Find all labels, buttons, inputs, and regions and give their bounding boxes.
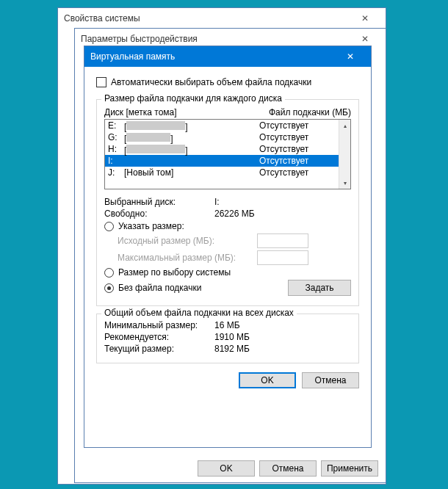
close-icon[interactable]: ✕ bbox=[336, 46, 365, 67]
apply-button[interactable]: Применить bbox=[321, 460, 378, 477]
free-space-row: Свободно: 26226 МБ bbox=[104, 209, 351, 219]
drive-label bbox=[124, 155, 259, 167]
rec-label: Рекомендуется: bbox=[104, 332, 214, 342]
drive-label: [] bbox=[124, 143, 259, 155]
auto-manage-label: Автоматически выбирать объем файла подка… bbox=[111, 77, 311, 87]
group-legend: Размер файла подкачки для каждого диска bbox=[101, 93, 285, 104]
radio-custom-size[interactable]: Указать размер: bbox=[104, 221, 351, 231]
scroll-down-icon[interactable]: ▾ bbox=[339, 177, 350, 189]
rec-row: Рекомендуется: 1910 МБ bbox=[104, 332, 351, 342]
drive-row[interactable]: J:[Новый том]Отсутствует bbox=[105, 167, 350, 178]
cur-row: Текущий размер: 8192 МБ bbox=[104, 344, 351, 354]
drive-status: Отсутствует bbox=[259, 131, 347, 143]
cur-value: 8192 МБ bbox=[214, 344, 250, 354]
virtual-memory-window: Виртуальная память ✕ Автоматически выбир… bbox=[84, 46, 372, 448]
free-label: Свободно: bbox=[104, 209, 214, 219]
drive-letter: G: bbox=[108, 131, 124, 143]
max-size-label: Максимальный размер (МБ): bbox=[118, 253, 257, 263]
initial-size-row: Исходный размер (МБ): bbox=[118, 233, 351, 248]
drive-row[interactable]: G:[]Отсутствует bbox=[105, 131, 350, 143]
selected-disk-label: Выбранный диск: bbox=[104, 197, 214, 207]
radio-no-paging-row: Без файла подкачки Задать bbox=[104, 280, 351, 296]
cancel-button[interactable]: Отмена bbox=[259, 460, 317, 477]
drive-letter: I: bbox=[108, 155, 124, 167]
col-disk: Диск [метка тома] bbox=[104, 107, 269, 117]
drive-letter: E: bbox=[108, 120, 124, 131]
rec-value: 1910 МБ bbox=[214, 332, 250, 342]
min-label: Минимальный размер: bbox=[104, 320, 214, 330]
set-button[interactable]: Задать bbox=[288, 280, 351, 296]
auto-manage-checkbox-row[interactable]: Автоматически выбирать объем файла подка… bbox=[96, 77, 359, 87]
scroll-up-icon[interactable]: ▴ bbox=[339, 120, 350, 131]
drive-letter: J: bbox=[108, 167, 124, 178]
radio-system-managed[interactable]: Размер по выбору системы bbox=[104, 267, 351, 278]
titlebar: Виртуальная память ✕ bbox=[84, 46, 371, 67]
totals-group: Общий объем файла подкачки на всех диска… bbox=[96, 314, 359, 363]
max-size-input[interactable] bbox=[257, 250, 308, 265]
max-size-row: Максимальный размер (МБ): bbox=[118, 250, 351, 265]
drive-label: [] bbox=[124, 120, 259, 131]
scrollbar[interactable]: ▴ ▾ bbox=[339, 120, 350, 189]
drive-status: Отсутствует bbox=[259, 155, 347, 167]
drive-letter: H: bbox=[108, 143, 124, 155]
min-row: Минимальный размер: 16 МБ bbox=[104, 320, 351, 330]
drive-label: [Новый том] bbox=[124, 167, 259, 178]
drive-status: Отсутствует bbox=[259, 120, 347, 131]
ok-button[interactable]: OK bbox=[239, 372, 296, 388]
drive-row[interactable]: I:Отсутствует bbox=[105, 155, 350, 167]
titlebar: Свойства системы ✕ bbox=[58, 8, 386, 29]
free-value: 26226 МБ bbox=[214, 209, 255, 219]
radio-none-label: Без файла подкачки bbox=[118, 283, 201, 293]
min-value: 16 МБ bbox=[214, 320, 240, 330]
drive-row[interactable]: E:[]Отсутствует bbox=[105, 120, 350, 131]
radio-system-label: Размер по выбору системы bbox=[118, 267, 231, 278]
window-title: Свойства системы bbox=[64, 8, 140, 29]
cancel-button[interactable]: Отмена bbox=[302, 372, 359, 388]
drive-row[interactable]: H:[]Отсутствует bbox=[105, 143, 350, 155]
checkbox-icon[interactable] bbox=[96, 77, 106, 87]
selected-disk-value: I: bbox=[214, 197, 220, 207]
drive-status: Отсутствует bbox=[259, 143, 347, 155]
close-icon[interactable]: ✕ bbox=[350, 8, 380, 29]
ok-button[interactable]: OK bbox=[198, 460, 255, 477]
radio-no-paging[interactable]: Без файла подкачки bbox=[104, 283, 201, 293]
window-title: Виртуальная память bbox=[90, 46, 175, 67]
initial-size-input[interactable] bbox=[257, 233, 308, 248]
per-drive-group: Размер файла подкачки для каждого диска … bbox=[96, 99, 359, 306]
list-header: Диск [метка тома] Файл подкачки (МБ) bbox=[104, 107, 351, 117]
initial-size-label: Исходный размер (МБ): bbox=[118, 236, 257, 246]
drive-list[interactable]: E:[]ОтсутствуетG:[]ОтсутствуетH:[]Отсутс… bbox=[104, 119, 351, 189]
dialog-buttons: OK Отмена Применить bbox=[198, 460, 378, 477]
drive-status: Отсутствует bbox=[259, 167, 347, 178]
radio-icon[interactable] bbox=[104, 222, 114, 231]
drive-label: [] bbox=[124, 131, 259, 143]
radio-custom-label: Указать размер: bbox=[118, 221, 184, 231]
cur-label: Текущий размер: bbox=[104, 344, 214, 354]
radio-icon[interactable] bbox=[104, 283, 114, 293]
radio-icon[interactable] bbox=[104, 268, 114, 278]
dialog-buttons: OK Отмена bbox=[96, 372, 359, 388]
col-pagefile: Файл подкачки (МБ) bbox=[269, 107, 351, 117]
group-legend: Общий объем файла подкачки на всех диска… bbox=[101, 308, 297, 318]
selected-disk-row: Выбранный диск: I: bbox=[104, 197, 351, 207]
